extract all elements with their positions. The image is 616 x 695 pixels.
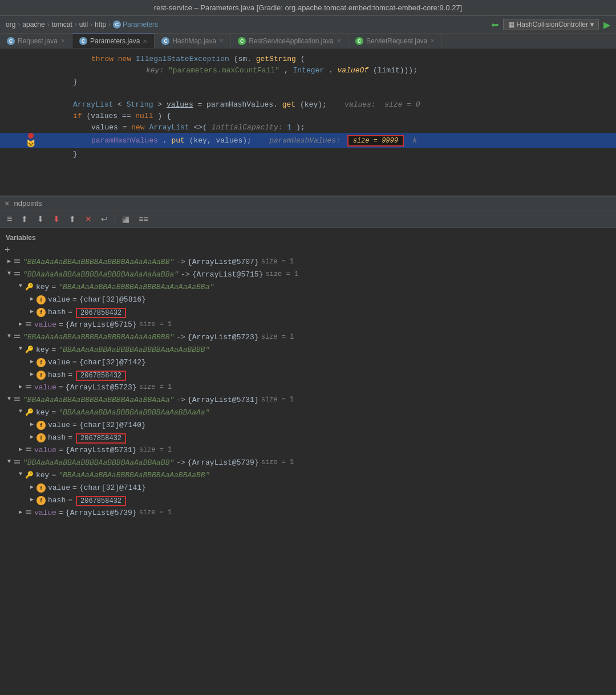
expand-3[interactable]: ▼ bbox=[16, 283, 25, 289]
run-config-button[interactable]: ▦ HashCollisionController ▾ bbox=[503, 19, 599, 30]
expand-12[interactable]: ▼ bbox=[5, 396, 14, 402]
var-row-13[interactable]: ▼ 🔑 key = "BBAaAaAaBBAaBBBBAaBBBBAaAaBBA… bbox=[0, 407, 616, 420]
var-size-12: size = 1 bbox=[261, 396, 294, 404]
breadcrumb-org[interactable]: org bbox=[6, 21, 15, 29]
code-content-7: values = new ArrayList <>( initialCapaci… bbox=[37, 123, 614, 132]
var-row-16[interactable]: ▶ value = {ArrayList@5731} size = 1 bbox=[0, 445, 616, 457]
navigate-back-icon[interactable]: ⬅ bbox=[491, 19, 499, 30]
expand-11[interactable]: ▶ bbox=[16, 383, 25, 390]
code-content-2: key: "parameters.maxCountFail" , Integer… bbox=[37, 66, 614, 75]
var-row-6[interactable]: ▶ value = {ArrayList@5715} size = 1 bbox=[0, 319, 616, 332]
eq-icon-17 bbox=[14, 458, 21, 465]
breadcrumb-util[interactable]: util bbox=[79, 21, 88, 29]
var-val-6: {ArrayList@5715} bbox=[66, 320, 137, 329]
run-button[interactable]: ▶ bbox=[603, 19, 610, 30]
run-config-label: HashCollisionController bbox=[517, 21, 588, 29]
var-arrow-7: -> bbox=[176, 333, 185, 342]
var-equals-9: = bbox=[72, 358, 77, 367]
tab-close-restservice[interactable]: ✕ bbox=[337, 38, 341, 44]
key-icon-18: 🔑 bbox=[25, 471, 34, 479]
toolbar-return-btn[interactable]: ↩ bbox=[99, 213, 110, 225]
expand-8[interactable]: ▼ bbox=[16, 346, 25, 352]
debug-top-bar: ✕ ndpoints bbox=[0, 197, 616, 210]
code-line-5: ArrayList < String > values = paramHashV… bbox=[0, 99, 616, 110]
expand-14[interactable]: ▶ bbox=[27, 421, 37, 428]
var-row-10[interactable]: ▶ f hash = 2067858432 bbox=[0, 369, 616, 382]
toolbar-step-out-btn[interactable]: ⬇ bbox=[51, 213, 62, 225]
toolbar-columns-btn[interactable]: ≡≡ bbox=[136, 213, 150, 225]
var-row-21[interactable]: ▶ value = {ArrayList@5739} size = 1 bbox=[0, 507, 616, 520]
eq-icon-6 bbox=[25, 320, 32, 327]
expand-18[interactable]: ▼ bbox=[16, 471, 25, 477]
expand-7[interactable]: ▼ bbox=[5, 333, 14, 339]
code-editor: throw new IllegalStateException (sm. get… bbox=[0, 48, 616, 197]
expand-9[interactable]: ▶ bbox=[27, 358, 37, 365]
debug-panel-close-icon[interactable]: ✕ bbox=[5, 198, 9, 208]
var-row-2[interactable]: ▼ "BBAaAaAaBBAaBBBBAaBBBBAaAaAaAaBBa" ->… bbox=[0, 269, 616, 282]
toolbar-step-into-btn[interactable]: ⬇ bbox=[35, 213, 46, 225]
breakpoint-indicator[interactable] bbox=[28, 133, 34, 139]
toolbar-run-to-cursor-btn[interactable]: ⬆ bbox=[67, 213, 78, 225]
svg-rect-8 bbox=[26, 385, 31, 386]
expand-6[interactable]: ▶ bbox=[16, 320, 25, 327]
breadcrumb-http[interactable]: http bbox=[95, 21, 106, 29]
expand-5[interactable]: ▶ bbox=[27, 308, 37, 315]
expand-17[interactable]: ▼ bbox=[5, 458, 14, 465]
var-row-17[interactable]: ▼ "BBAaAaAaBBAaBBBBAaBBBBAaAaBBAaBB" -> … bbox=[0, 457, 616, 470]
var-row-3[interactable]: ▼ 🔑 key = "BBAaAaAaBBAaBBBBAaBBBBAaAaAaA… bbox=[0, 282, 616, 294]
breadcrumb-parameters[interactable]: Parameters bbox=[123, 21, 158, 29]
var-name-21: value bbox=[34, 509, 56, 517]
expand-2[interactable]: ▼ bbox=[5, 270, 14, 277]
tab-close-servletrequest[interactable]: ✕ bbox=[430, 38, 435, 44]
svg-rect-16 bbox=[26, 510, 31, 511]
var-row-4[interactable]: ▶ f value = {char[32]@5816} bbox=[0, 294, 616, 307]
tab-restservice-java[interactable]: C RestServiceApplication.java ✕ bbox=[231, 34, 348, 48]
var-val-21: {ArrayList@5739} bbox=[66, 509, 137, 517]
var-row-1[interactable]: ▶ "BBAaAaAaBBAaBBBBAaBBBBAaAaAaAaBB" -> … bbox=[0, 257, 616, 269]
run-config-icon: ▦ bbox=[508, 21, 514, 29]
var-row-5[interactable]: ▶ f hash = 2067858432 bbox=[0, 307, 616, 319]
toolbar-grid-btn[interactable]: ▦ bbox=[120, 213, 132, 225]
var-row-7[interactable]: ▼ "BBAaAaAaBBAaBBBBAaBBBBAaAaAaBBBB" -> … bbox=[0, 332, 616, 344]
expand-15[interactable]: ▶ bbox=[27, 433, 37, 440]
toolbar-list-btn[interactable]: ≡ bbox=[5, 213, 14, 225]
toolbar-reset-btn[interactable]: ✕ bbox=[83, 213, 94, 225]
expand-10[interactable]: ▶ bbox=[27, 371, 37, 377]
var-row-20[interactable]: ▶ f hash = 2067858432 bbox=[0, 495, 616, 507]
debug-tab-label[interactable]: ndpoints bbox=[14, 199, 42, 208]
code-line-7: values = new ArrayList <>( initialCapaci… bbox=[0, 121, 616, 133]
expand-1[interactable]: ▶ bbox=[5, 258, 14, 265]
tab-servletrequest-java[interactable]: C ServletRequest.java ✕ bbox=[348, 34, 442, 48]
expand-20[interactable]: ▶ bbox=[27, 496, 37, 503]
tab-close-hashmap[interactable]: ✕ bbox=[219, 38, 224, 44]
expand-4[interactable]: ▶ bbox=[27, 295, 37, 302]
expand-19[interactable]: ▶ bbox=[27, 483, 37, 490]
keyword-null: null bbox=[135, 112, 153, 120]
tab-hashmap-java[interactable]: C HashMap.java ✕ bbox=[155, 34, 231, 48]
var-row-15[interactable]: ▶ f hash = 2067858432 bbox=[0, 432, 616, 445]
tab-close-request[interactable]: ✕ bbox=[60, 38, 65, 44]
breadcrumb-sep-1: › bbox=[18, 21, 20, 29]
expand-21[interactable]: ▶ bbox=[16, 509, 25, 515]
breadcrumb-apache[interactable]: apache bbox=[22, 21, 44, 29]
breadcrumb-tomcat[interactable]: tomcat bbox=[52, 21, 72, 29]
code-eq-1: = paramHashValues. bbox=[198, 100, 278, 109]
svg-rect-13 bbox=[26, 450, 31, 451]
var-val-2: {ArrayList@5715} bbox=[192, 270, 264, 279]
tab-close-parameters[interactable]: ✕ bbox=[143, 38, 147, 44]
toolbar-step-over-btn[interactable]: ⬆ bbox=[19, 213, 30, 225]
tab-parameters-java[interactable]: C Parameters.java ✕ bbox=[72, 34, 155, 48]
expand-16[interactable]: ▶ bbox=[16, 446, 25, 453]
expand-13[interactable]: ▼ bbox=[16, 408, 25, 414]
var-key-1: "BBAaAaAaBBAaBBBBAaBBBBAaAaAaAaBB" bbox=[23, 258, 174, 266]
tab-request-java[interactable]: C Request.java ✕ bbox=[0, 34, 72, 48]
var-row-12[interactable]: ▼ "BBAaAaAaBBAaBBBBAaBBBBAaAaBBAaAa" -> … bbox=[0, 395, 616, 407]
add-variable-btn[interactable]: + bbox=[0, 244, 616, 257]
var-row-18[interactable]: ▼ 🔑 key = "BBAaAaAaBBAaBBBBAaBBBBAaAaBBA… bbox=[0, 470, 616, 482]
svg-rect-6 bbox=[14, 335, 20, 336]
var-row-19[interactable]: ▶ f value = {char[32]@7141} bbox=[0, 482, 616, 495]
var-row-9[interactable]: ▶ f value = {char[32]@7142} bbox=[0, 357, 616, 369]
var-row-11[interactable]: ▶ value = {ArrayList@5723} size = 1 bbox=[0, 382, 616, 395]
var-row-14[interactable]: ▶ f value = {char[32]@7140} bbox=[0, 420, 616, 432]
var-row-8[interactable]: ▼ 🔑 key = "BBAaAaAaBBAaBBBBAaBBBBAaAaAaB… bbox=[0, 344, 616, 357]
